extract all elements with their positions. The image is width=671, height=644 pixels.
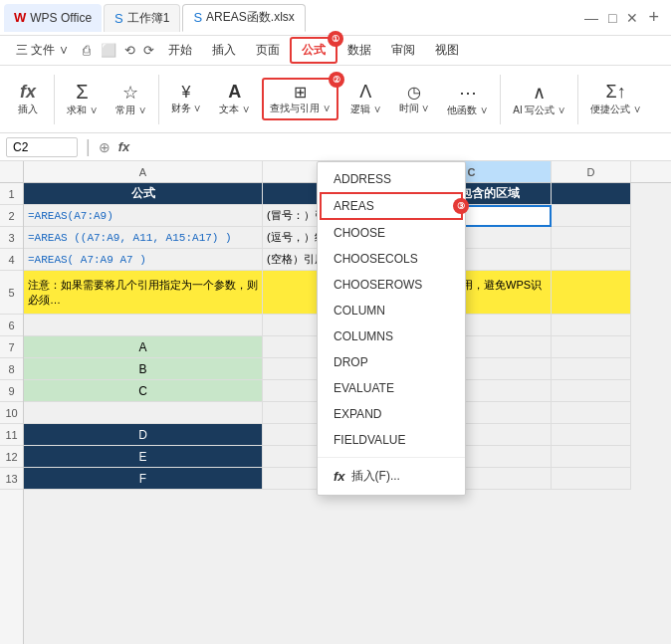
dropdown-item-choosecols[interactable]: CHOOSECOLS	[318, 246, 465, 272]
insert-fn-label: 插入	[18, 103, 38, 116]
cell-a1[interactable]: 公式	[24, 183, 263, 205]
dropdown-item-fieldvalue[interactable]: FIELDVALUE	[318, 427, 465, 453]
menu-save[interactable]: ⎙	[77, 39, 97, 62]
fx-formula-icon: fx	[118, 139, 130, 154]
cell-a12[interactable]: E	[24, 446, 263, 468]
cell-a10[interactable]	[24, 402, 263, 424]
ribbon-common[interactable]: ☆ 常用 ∨	[110, 79, 152, 120]
dropdown-item-areas[interactable]: AREAS ③	[320, 192, 463, 220]
wps-tab[interactable]: W WPS Office	[4, 4, 102, 32]
formula-divider: |	[86, 136, 91, 157]
badge-3: ③	[453, 198, 469, 214]
ribbon-quick[interactable]: Σ↑ 便捷公式 ∨	[584, 79, 647, 119]
close-btn[interactable]: ✕	[626, 10, 638, 26]
workbook-tab[interactable]: S 工作簿1	[104, 4, 180, 32]
logic-label: 逻辑 ∨	[350, 103, 381, 116]
restore-btn[interactable]: □	[608, 10, 616, 26]
cell-d13[interactable]	[552, 468, 631, 490]
finance-icon: ¥	[182, 84, 191, 102]
menu-review[interactable]: 审阅	[381, 38, 425, 63]
quick-label: 便捷公式 ∨	[590, 103, 641, 116]
row-num-7: 7	[0, 336, 23, 358]
ribbon-ai[interactable]: ∧ AI 写公式 ∨	[507, 79, 571, 120]
dropdown-item-choose[interactable]: CHOOSE	[318, 220, 465, 246]
dropdown-menu: ADDRESS AREAS ③ CHOOSE CHOOSECOLS CHOOSE…	[317, 161, 466, 496]
row-num-2: 2	[0, 205, 23, 227]
dropdown-item-address[interactable]: ADDRESS	[318, 166, 465, 192]
cell-d6[interactable]	[552, 315, 631, 336]
cell-a13[interactable]: F	[24, 468, 263, 490]
row-num-13: 13	[0, 468, 23, 490]
ribbon-other[interactable]: ⋯ 他函数 ∨	[441, 79, 494, 120]
dropdown-item-chooserows[interactable]: CHOOSEROWS	[318, 272, 465, 298]
new-tab-btn[interactable]: +	[648, 7, 659, 28]
cell-reference[interactable]: C2	[6, 137, 78, 157]
dropdown-item-columns[interactable]: COLUMNS	[318, 323, 465, 349]
cell-a4[interactable]: =AREAS( A7:A9 A7 )	[24, 249, 263, 271]
cell-d12[interactable]	[552, 446, 631, 468]
cell-a11[interactable]: D	[24, 424, 263, 446]
cell-a3[interactable]: =AREAS ((A7:A9, A11, A15:A17) )	[24, 227, 263, 249]
cell-d8[interactable]	[552, 358, 631, 380]
ribbon-time[interactable]: ◷ 时间 ∨	[393, 80, 436, 118]
time-icon: ◷	[407, 83, 421, 102]
cell-a8[interactable]: B	[24, 358, 263, 380]
fx-icon: fx	[20, 82, 36, 103]
ribbon-text[interactable]: A 文本 ∨	[213, 79, 256, 119]
dropdown-item-column[interactable]: COLUMN	[318, 298, 465, 323]
cell-d7[interactable]	[552, 336, 631, 358]
cell-d3[interactable]	[552, 227, 631, 249]
dropdown-insert-fn[interactable]: fx 插入(F)...	[318, 462, 465, 491]
menu-home[interactable]: 开始	[158, 38, 202, 63]
row-num-11: 11	[0, 424, 23, 446]
menu-redo[interactable]: ⟲	[120, 39, 139, 62]
menu-undo-icon[interactable]: ⬜	[97, 39, 120, 62]
time-label: 时间 ∨	[399, 102, 430, 115]
ai-icon: ∧	[533, 82, 546, 104]
finance-label: 财务 ∨	[171, 102, 202, 115]
sum-label: 求和 ∨	[67, 104, 98, 117]
ribbon-sum[interactable]: Σ 求和 ∨	[61, 78, 104, 120]
row-num-1: 1	[0, 183, 23, 205]
cell-d5[interactable]	[552, 271, 631, 315]
common-icon: ☆	[122, 82, 138, 104]
ribbon-finance[interactable]: ¥ 财务 ∨	[165, 81, 208, 118]
menu-file[interactable]: 三 文件 ∨	[8, 38, 77, 63]
menu-view[interactable]: 视图	[425, 38, 469, 63]
menu-formula[interactable]: 公式①	[290, 37, 337, 64]
menu-insert[interactable]: 插入	[202, 38, 246, 63]
cell-d10[interactable]	[552, 402, 631, 424]
other-icon: ⋯	[459, 82, 477, 104]
cell-a9[interactable]: C	[24, 380, 263, 402]
areas-sheet-icon: S	[193, 10, 202, 25]
cell-a6[interactable]	[24, 315, 263, 336]
dropdown-item-expand[interactable]: EXPAND	[318, 401, 465, 427]
logic-icon: Λ	[359, 82, 371, 103]
dropdown-item-evaluate[interactable]: EVALUATE	[318, 375, 465, 401]
dropdown-item-drop[interactable]: DROP	[318, 349, 465, 375]
cell-a5[interactable]: 注意：如果需要将几个引用指定为一个参数，则必须…	[24, 271, 263, 315]
col-header-a[interactable]: A	[24, 161, 263, 182]
menu-page[interactable]: 页面	[246, 38, 290, 63]
formula-input[interactable]	[133, 138, 665, 156]
col-header-d[interactable]: D	[552, 161, 631, 182]
cell-d2[interactable]	[552, 205, 631, 227]
cell-a7[interactable]: A	[24, 336, 263, 358]
row-num-6: 6	[0, 315, 23, 336]
cell-d9[interactable]	[552, 380, 631, 402]
areas-tab-label: AREAS函数.xlsx	[206, 9, 295, 26]
cell-d4[interactable]	[552, 249, 631, 271]
cell-a2[interactable]: =AREAS(A7:A9)	[24, 205, 263, 227]
ribbon-logic[interactable]: Λ 逻辑 ∨	[344, 79, 387, 119]
sheet-icon: S	[114, 11, 123, 26]
cell-d1[interactable]	[552, 183, 631, 205]
ribbon-lookup[interactable]: ⊞ 查找与引用 ∨ ②	[262, 78, 338, 120]
cell-d11[interactable]	[552, 424, 631, 446]
fx-small-icon: fx	[334, 469, 345, 484]
menu-data[interactable]: 数据	[337, 38, 381, 63]
minimize-btn[interactable]: —	[584, 10, 598, 26]
areas-tab[interactable]: S AREAS函数.xlsx	[182, 4, 305, 32]
ribbon-insert-fn[interactable]: fx 插入	[8, 79, 48, 119]
menu-redo2[interactable]: ⟳	[139, 39, 158, 62]
corner-cell	[0, 161, 24, 182]
